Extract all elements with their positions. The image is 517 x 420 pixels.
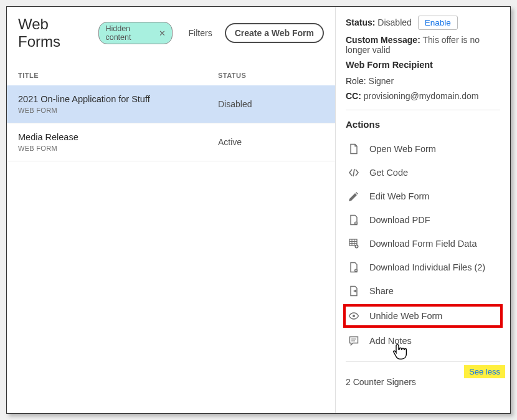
- filters-button[interactable]: Filters: [180, 26, 217, 41]
- divider: [346, 361, 500, 362]
- page-title: Web Forms: [18, 16, 91, 50]
- svg-point-4: [353, 315, 355, 317]
- action-label: Download Individual Files (2): [369, 262, 485, 272]
- see-less-link[interactable]: See less: [464, 365, 505, 378]
- action-share[interactable]: Share: [346, 279, 500, 303]
- list-item-name: 2021 On-line Application for Stuff: [18, 94, 218, 104]
- action-label: Download PDF: [369, 215, 430, 225]
- action-add-notes[interactable]: Add Notes: [346, 329, 500, 353]
- action-label: Download Form Field Data: [369, 239, 477, 249]
- status-label: Status:: [346, 17, 375, 27]
- action-download-field-data[interactable]: Download Form Field Data: [346, 232, 500, 255]
- download-pdf-icon: [348, 214, 359, 226]
- cc-label: CC:: [346, 91, 361, 101]
- notes-icon: [348, 335, 359, 346]
- list-item-sub: WEB FORM: [18, 145, 218, 152]
- list-item-status: Active: [218, 137, 324, 147]
- filters-label: Filters: [189, 28, 212, 38]
- app-frame: Web Forms Hidden content ✕ Filters Creat…: [6, 6, 511, 414]
- column-headers: TITLE STATUS: [7, 57, 335, 85]
- action-label: Share: [369, 286, 394, 296]
- action-label: Edit Web Form: [369, 191, 429, 201]
- list-item-status: Disabled: [218, 99, 324, 109]
- actions-heading: Actions: [346, 119, 500, 130]
- list-item-name: Media Release: [18, 132, 218, 142]
- action-label: Unhide Web Form: [369, 311, 442, 321]
- main-panel: Web Forms Hidden content ✕ Filters Creat…: [7, 7, 336, 413]
- column-title: TITLE: [18, 72, 218, 79]
- custom-message-label: Custom Message:: [346, 35, 420, 45]
- code-icon: [348, 167, 359, 178]
- filter-chip-hidden-content[interactable]: Hidden content ✕: [98, 22, 172, 44]
- status-value: Disabled: [377, 17, 411, 27]
- create-web-form-button[interactable]: Create a Web Form: [225, 23, 324, 43]
- cc-value: provisioning@mydomain.dom: [364, 91, 479, 101]
- download-files-icon: [348, 262, 359, 273]
- action-download-individual-files[interactable]: Download Individual Files (2): [346, 255, 500, 279]
- action-edit-web-form[interactable]: Edit Web Form: [346, 184, 500, 208]
- action-open-web-form[interactable]: Open Web Form: [346, 137, 500, 161]
- divider: [346, 110, 500, 110]
- document-icon: [348, 143, 359, 155]
- enable-button[interactable]: Enable: [418, 16, 458, 30]
- recipient-heading: Web Form Recipient: [346, 60, 500, 70]
- header-bar: Web Forms Hidden content ✕ Filters Creat…: [7, 7, 335, 57]
- action-download-pdf[interactable]: Download PDF: [346, 208, 500, 232]
- pencil-icon: [348, 191, 359, 202]
- share-icon: [348, 285, 359, 297]
- download-data-icon: [348, 238, 359, 249]
- action-label: Open Web Form: [369, 144, 436, 154]
- role-label: Role:: [346, 76, 366, 86]
- list-item-sub: WEB FORM: [18, 107, 218, 114]
- chip-label: Hidden content: [105, 24, 154, 42]
- action-unhide-web-form[interactable]: Unhide Web Form: [343, 304, 503, 328]
- list-item[interactable]: Media Release WEB FORM Active: [7, 123, 335, 161]
- action-label: Add Notes: [369, 336, 412, 346]
- details-panel: Status: Disabled Enable Custom Message: …: [336, 7, 510, 413]
- role-value: Signer: [369, 76, 394, 86]
- svg-rect-1: [349, 239, 357, 246]
- column-status: STATUS: [218, 72, 324, 79]
- action-get-code[interactable]: Get Code: [346, 161, 500, 184]
- action-label: Get Code: [369, 168, 408, 178]
- close-icon[interactable]: ✕: [159, 29, 166, 38]
- list-item[interactable]: 2021 On-line Application for Stuff WEB F…: [7, 85, 335, 123]
- eye-icon: [348, 310, 359, 322]
